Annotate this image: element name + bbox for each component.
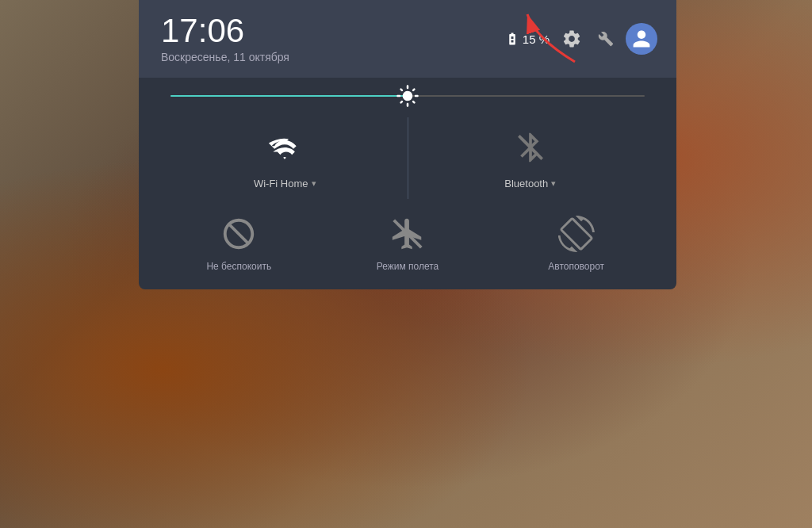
airplane-mode-icon	[387, 213, 428, 254]
panel-header: 17:06 Воскресенье, 11 октября 15 %	[139, 0, 676, 78]
airplane-mode-toggle[interactable]: Режим полета	[324, 213, 492, 272]
bluetooth-label: Bluetooth	[504, 178, 548, 189]
notification-panel: 17:06 Воскресенье, 11 октября 15 %	[139, 0, 676, 289]
time-section: 17:06 Воскресенье, 11 октября	[161, 14, 289, 63]
wifi-chevron[interactable]: ▾	[312, 178, 316, 189]
header-icons: 15 %	[505, 23, 657, 55]
date-display: Воскресенье, 11 октября	[161, 51, 289, 63]
wifi-label: Wi-Fi Home	[254, 178, 308, 189]
do-not-disturb-toggle[interactable]: Не беспокоить	[155, 213, 324, 272]
bluetooth-toggle[interactable]: Bluetooth ▾	[408, 117, 653, 199]
auto-rotate-label: Автоповорот	[548, 261, 604, 272]
brightness-section[interactable]	[139, 78, 676, 111]
quick-toggles-row2: Не беспокоить Режим полета Автоповорот	[139, 213, 676, 289]
auto-rotate-toggle[interactable]: Автоповорот	[492, 213, 661, 272]
auto-rotate-icon	[556, 213, 597, 254]
wifi-icon-wrap	[264, 127, 305, 168]
brightness-fill	[170, 95, 408, 97]
brightness-thumb[interactable]	[395, 83, 420, 109]
do-not-disturb-icon	[218, 213, 259, 254]
brightness-track[interactable]	[170, 95, 645, 97]
airplane-mode-label: Режим полета	[377, 261, 439, 272]
wrench-button[interactable]	[594, 27, 618, 51]
bluetooth-chevron[interactable]: ▾	[551, 178, 556, 189]
bluetooth-icon-wrap	[510, 127, 551, 168]
quick-toggles-row1: Wi-Fi Home ▾ Bluetooth ▾	[139, 111, 676, 213]
do-not-disturb-label: Не беспокоить	[206, 261, 271, 272]
wifi-label-row[interactable]: Wi-Fi Home ▾	[254, 178, 316, 189]
bluetooth-label-row[interactable]: Bluetooth ▾	[504, 178, 556, 189]
battery-percentage: 15 %	[523, 33, 550, 46]
settings-button[interactable]	[557, 25, 586, 53]
battery-icon	[505, 32, 519, 46]
time-display: 17:06	[161, 14, 289, 48]
battery-section: 15 %	[505, 32, 550, 46]
wifi-toggle[interactable]: Wi-Fi Home ▾	[163, 117, 408, 199]
user-avatar[interactable]	[626, 23, 657, 55]
